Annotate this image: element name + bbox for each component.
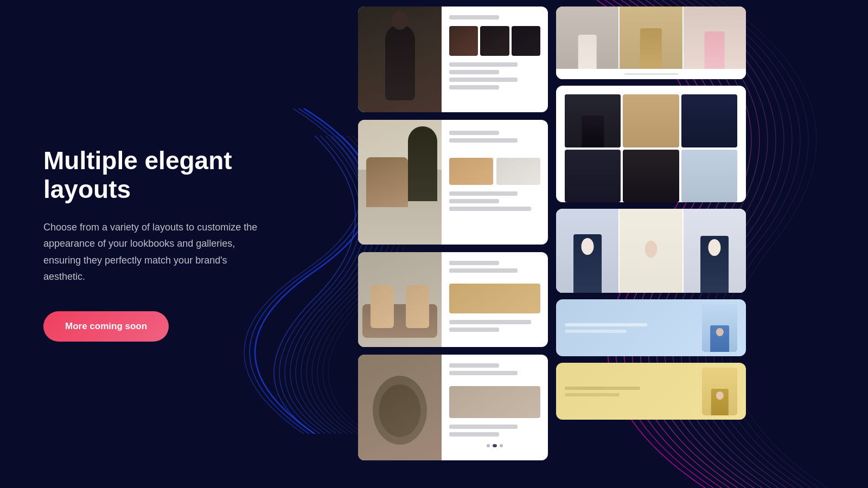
- grid-item-1: [565, 94, 621, 147]
- blue-text-area: [565, 323, 702, 333]
- layout-card-fashion: [358, 7, 548, 112]
- grid-item-2: [623, 94, 679, 147]
- grid-item-3: [681, 94, 737, 147]
- trio-row: [556, 7, 746, 69]
- skeleton-text: [449, 371, 518, 375]
- skeleton-line: [565, 330, 627, 333]
- right-card-trio-fashion: [556, 7, 746, 79]
- skeleton-text: [449, 138, 518, 143]
- jacket-img-1: [556, 209, 618, 293]
- layout-card-furniture: [358, 252, 548, 347]
- furniture-img-2: [496, 158, 540, 185]
- jackets-row: [556, 209, 746, 293]
- trio-img-3: [684, 7, 746, 69]
- skeleton-line: [565, 387, 640, 390]
- jacket-img-2: [620, 209, 682, 293]
- page-title: Multiple elegant layouts: [43, 146, 271, 204]
- skeleton-text: [449, 15, 499, 20]
- skeleton-text: [449, 62, 518, 67]
- layout-card-interior: [358, 120, 548, 245]
- card-main-image: [358, 120, 442, 245]
- card-body: [442, 7, 548, 112]
- skeleton-text: [449, 363, 499, 368]
- trio-img-1: [556, 7, 618, 69]
- skeleton-text: [449, 199, 499, 203]
- card-main-image: [358, 355, 442, 460]
- dot-active: [493, 444, 497, 447]
- furniture-item-img: [449, 284, 540, 313]
- skeleton-line: [565, 393, 620, 396]
- skeleton-text: [449, 191, 518, 196]
- blue-person-img: [702, 304, 737, 352]
- blue-split-content: [556, 299, 746, 356]
- bowl-img: [449, 386, 540, 418]
- trio-img-2: [620, 7, 682, 69]
- skeleton-text: [449, 70, 499, 74]
- skeleton-text: [449, 432, 499, 436]
- skeleton-text: [449, 425, 518, 429]
- right-card-fashion-grid: [556, 86, 746, 202]
- middle-column: [358, 0, 548, 488]
- right-card-blue-split: [556, 299, 746, 356]
- furniture-img-1: [449, 158, 493, 185]
- grid-img-3: [512, 26, 540, 56]
- grid-container: [560, 90, 742, 202]
- card-body: [442, 355, 548, 460]
- right-column: [556, 0, 746, 488]
- grid-img-1: [449, 26, 478, 56]
- skeleton-text: [449, 261, 499, 265]
- page-description: Choose from a variety of layouts to cust…: [43, 219, 271, 285]
- yellow-person-img: [702, 368, 737, 415]
- yellow-split-content: [556, 363, 746, 420]
- grid-item-4: [565, 150, 621, 203]
- fashion-grid: [565, 94, 737, 202]
- right-card-yellow-split: [556, 363, 746, 420]
- card-body: [442, 252, 548, 347]
- grid-item-6: [681, 150, 737, 203]
- skeleton-text: [449, 78, 518, 82]
- skeleton-text: [449, 131, 499, 135]
- bottom-bar: [624, 73, 678, 75]
- card-body: [442, 120, 548, 245]
- skeleton-line: [565, 323, 647, 326]
- card-main-image: [358, 7, 442, 112]
- skeleton-text: [449, 328, 499, 332]
- card-footer: [556, 69, 746, 79]
- pagination: [449, 440, 540, 452]
- dot: [487, 444, 490, 447]
- layout-card-dining: [358, 355, 548, 460]
- cta-button[interactable]: More coming soon: [43, 311, 169, 342]
- left-panel: Multiple elegant layouts Choose from a v…: [0, 0, 315, 488]
- grid-img-2: [480, 26, 509, 56]
- grid-item-5: [623, 150, 679, 203]
- right-card-jackets: [556, 209, 746, 293]
- card-main-image: [358, 252, 442, 347]
- skeleton-text: [449, 320, 531, 324]
- skeleton-text: [449, 85, 499, 89]
- yellow-text-area: [565, 387, 702, 396]
- skeleton-text: [449, 207, 531, 211]
- skeleton-text: [449, 268, 518, 273]
- dot: [500, 444, 503, 447]
- jacket-img-3: [684, 209, 746, 293]
